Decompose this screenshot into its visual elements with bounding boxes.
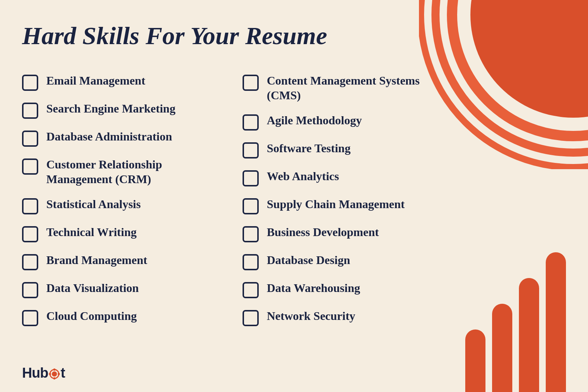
- svg-point-9: [58, 373, 60, 375]
- left-skill-item-4: Statistical Analysis: [22, 192, 213, 220]
- svg-point-8: [49, 373, 51, 375]
- hubspot-sprocket-icon: [49, 368, 60, 380]
- right-skill-item-2: Software Testing: [243, 136, 434, 164]
- left-skill-item-2: Database Administration: [22, 124, 213, 152]
- skill-label-right-0: Content Management Systems (CMS): [267, 73, 434, 103]
- hubspot-logo-text: Hub t: [22, 365, 65, 381]
- svg-point-6: [53, 368, 55, 371]
- checkbox-left-2[interactable]: [22, 131, 38, 147]
- skill-label-right-1: Agile Methodology: [267, 113, 362, 128]
- checkbox-right-8[interactable]: [243, 310, 259, 326]
- page-title: Hard Skills For Your Resume: [22, 22, 434, 50]
- checkbox-left-4[interactable]: [22, 198, 38, 214]
- skills-grid: Email ManagementSearch Engine MarketingD…: [22, 68, 434, 331]
- checkbox-left-3[interactable]: [22, 158, 38, 175]
- bar-3: [492, 304, 512, 392]
- left-skill-item-1: Search Engine Marketing: [22, 96, 213, 124]
- right-skill-item-4: Supply Chain Management: [243, 192, 434, 220]
- bar-4: [465, 329, 485, 392]
- hubspot-logo: Hub t: [22, 365, 65, 381]
- svg-point-4: [52, 371, 57, 377]
- left-skill-item-0: Email Management: [22, 68, 213, 96]
- checkbox-left-6[interactable]: [22, 254, 38, 270]
- checkbox-left-8[interactable]: [22, 310, 38, 326]
- skill-label-left-6: Brand Management: [46, 253, 147, 267]
- skill-label-right-8: Network Security: [267, 309, 355, 323]
- checkbox-right-1[interactable]: [243, 114, 259, 131]
- right-skill-item-3: Web Analytics: [243, 164, 434, 192]
- checkbox-right-6[interactable]: [243, 254, 259, 270]
- skill-label-left-3: Customer Relationship Management (CRM): [46, 157, 213, 186]
- checkbox-right-7[interactable]: [243, 282, 259, 298]
- skill-label-left-4: Statistical Analysis: [46, 197, 141, 211]
- checkbox-left-0[interactable]: [22, 75, 38, 91]
- right-skill-item-0: Content Management Systems (CMS): [243, 68, 434, 108]
- left-skill-item-5: Technical Writing: [22, 220, 213, 247]
- checkbox-left-5[interactable]: [22, 226, 38, 242]
- skills-column-left: Email ManagementSearch Engine MarketingD…: [22, 68, 213, 331]
- skill-label-left-2: Database Administration: [46, 129, 172, 144]
- skill-label-left-7: Data Visualization: [46, 281, 139, 295]
- bar-2: [519, 278, 539, 392]
- checkbox-left-7[interactable]: [22, 282, 38, 298]
- skill-label-left-8: Cloud Computing: [46, 309, 137, 323]
- left-skill-item-7: Data Visualization: [22, 275, 213, 303]
- skill-label-right-4: Supply Chain Management: [267, 197, 405, 211]
- right-skill-item-8: Network Security: [243, 303, 434, 331]
- left-skill-item-8: Cloud Computing: [22, 303, 213, 331]
- right-skill-item-5: Business Development: [243, 220, 434, 247]
- checkbox-right-2[interactable]: [243, 142, 259, 158]
- skill-label-left-1: Search Engine Marketing: [46, 101, 175, 116]
- skill-label-right-2: Software Testing: [267, 141, 351, 156]
- skill-label-right-7: Data Warehousing: [267, 281, 360, 295]
- skill-label-right-6: Database Design: [267, 253, 350, 267]
- checkbox-right-5[interactable]: [243, 226, 259, 242]
- skills-column-right: Content Management Systems (CMS)Agile Me…: [243, 68, 434, 331]
- left-skill-item-3: Customer Relationship Management (CRM): [22, 152, 213, 192]
- svg-point-7: [53, 377, 55, 379]
- right-skill-item-7: Data Warehousing: [243, 275, 434, 303]
- page-container: Hard Skills For Your Resume Email Manage…: [0, 0, 588, 392]
- skill-label-left-5: Technical Writing: [46, 225, 137, 239]
- right-skill-item-6: Database Design: [243, 247, 434, 275]
- checkbox-right-0[interactable]: [243, 75, 259, 91]
- skill-label-right-3: Web Analytics: [267, 169, 339, 183]
- skill-label-left-0: Email Management: [46, 73, 145, 88]
- skill-label-right-5: Business Development: [267, 225, 379, 239]
- checkbox-left-1[interactable]: [22, 103, 38, 119]
- right-skill-item-1: Agile Methodology: [243, 108, 434, 136]
- decoration-circles: [419, 0, 588, 169]
- checkbox-right-4[interactable]: [243, 198, 259, 214]
- decoration-bars: [465, 245, 566, 392]
- checkbox-right-3[interactable]: [243, 170, 259, 186]
- main-content: Hard Skills For Your Resume Email Manage…: [22, 22, 434, 355]
- bar-1: [546, 252, 566, 392]
- left-skill-item-6: Brand Management: [22, 247, 213, 275]
